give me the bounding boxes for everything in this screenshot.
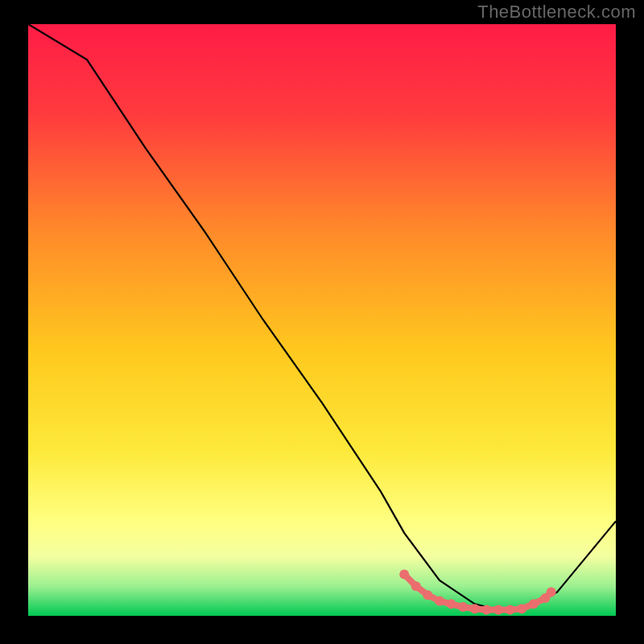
chart-svg	[28, 24, 616, 616]
plot-area	[28, 24, 616, 616]
valley-marker-dot	[435, 597, 444, 606]
watermark-label: TheBottleneck.com	[477, 2, 636, 23]
chart-frame: TheBottleneck.com	[0, 0, 644, 644]
valley-marker-dot	[470, 604, 480, 613]
valley-marker-dot	[493, 605, 503, 615]
valley-marker-dot	[481, 605, 491, 615]
valley-marker-dot	[423, 590, 432, 600]
gradient-background	[28, 24, 616, 616]
valley-marker-dot	[529, 599, 539, 609]
valley-marker-dot	[517, 604, 526, 613]
valley-marker-dot	[547, 588, 556, 597]
valley-marker-dot	[399, 570, 409, 580]
valley-marker-dot	[411, 581, 421, 591]
valley-marker-dot	[506, 605, 515, 615]
valley-marker-dot	[458, 602, 468, 612]
valley-marker-dot	[447, 599, 456, 609]
